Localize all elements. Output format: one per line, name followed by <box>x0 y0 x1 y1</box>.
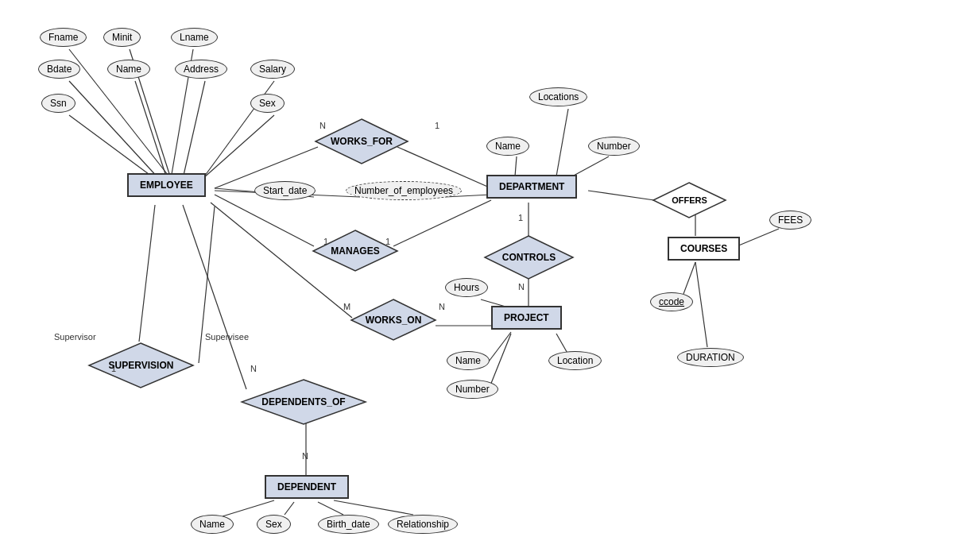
er-diagram: Fname Minit Lname Bdate Name Address Sal… <box>0 0 968 560</box>
num-employees-attr: Number_of_employees <box>346 181 462 200</box>
supervisee-label: Supervisee <box>205 332 249 342</box>
svg-line-7 <box>69 115 155 179</box>
svg-line-27 <box>588 191 660 201</box>
svg-line-5 <box>183 81 205 179</box>
svg-line-37 <box>285 502 294 515</box>
name-dep-attr: Name <box>191 515 234 534</box>
svg-line-8 <box>203 115 274 179</box>
sex-dep-attr: Sex <box>257 515 291 534</box>
hours-attr: Hours <box>445 278 488 297</box>
minit-attr: Minit <box>103 28 141 47</box>
address-attr: Address <box>175 60 227 79</box>
one-label-1: 1 <box>435 121 439 130</box>
ssn-attr: Ssn <box>41 94 76 113</box>
start-date-attr: Start_date <box>254 181 316 200</box>
duration-attr: DURATION <box>677 348 744 367</box>
svg-line-31 <box>695 262 707 347</box>
svg-line-39 <box>334 500 413 515</box>
svg-line-38 <box>318 502 343 515</box>
fees-attr: FEES <box>769 210 811 230</box>
lname-attr: Lname <box>171 28 218 47</box>
fname-attr: Fname <box>40 28 87 47</box>
svg-line-4 <box>135 81 167 179</box>
n-label-3: N <box>518 282 525 292</box>
manages-rel: MANAGES <box>312 229 399 272</box>
ccode-attr: ccode <box>650 292 693 311</box>
locations-attr: Locations <box>529 87 587 106</box>
m-label-1: M <box>343 302 350 311</box>
svg-line-3 <box>69 81 159 179</box>
name-proj-attr: Name <box>447 351 490 370</box>
svg-line-36 <box>223 500 274 516</box>
number-proj-attr: Number <box>447 380 498 399</box>
one-label-3: 1 <box>385 237 390 246</box>
works-on-rel: WORKS_ON <box>350 298 437 342</box>
n-label-5: N <box>302 451 308 461</box>
location-proj-attr: Location <box>548 351 602 370</box>
bdate-attr: Bdate <box>38 60 80 79</box>
svg-line-23 <box>489 334 511 389</box>
employee-entity: EMPLOYEE <box>127 173 206 197</box>
svg-line-18 <box>393 200 491 246</box>
project-entity: PROJECT <box>491 306 562 330</box>
birth-date-attr: Birth_date <box>318 515 379 534</box>
number-dept-attr: Number <box>588 137 640 156</box>
one-label-4: 1 <box>518 213 523 222</box>
svg-line-12 <box>515 156 517 176</box>
offers-rel: OFFERS <box>652 181 727 219</box>
dependent-entity: DEPENDENT <box>265 475 349 499</box>
department-entity: DEPARTMENT <box>486 175 577 199</box>
salary-attr: Salary <box>250 60 295 79</box>
name-dept-attr: Name <box>486 137 529 156</box>
works-for-rel: WORKS_FOR <box>314 118 409 165</box>
supervision-rel: SUPERVISION <box>87 342 195 389</box>
n-label-2: N <box>439 302 445 311</box>
n-label-1: N <box>319 121 326 130</box>
relationship-attr: Relationship <box>388 515 458 534</box>
courses-entity: COURSES <box>668 237 740 261</box>
name-emp-attr: Name <box>107 60 150 79</box>
supervisor-label: Supervisor <box>54 332 96 342</box>
svg-line-17 <box>215 195 314 246</box>
svg-line-22 <box>489 332 511 361</box>
controls-rel: CONTROLS <box>483 234 575 280</box>
dependents-of-rel: DEPENDENTS_OF <box>240 378 367 426</box>
n-label-4: N <box>250 364 257 373</box>
sex-attr: Sex <box>250 94 285 113</box>
svg-line-29 <box>683 262 695 294</box>
svg-line-13 <box>572 156 609 176</box>
svg-line-11 <box>556 109 568 176</box>
one-label-2: 1 <box>323 237 328 246</box>
svg-line-32 <box>139 205 155 342</box>
